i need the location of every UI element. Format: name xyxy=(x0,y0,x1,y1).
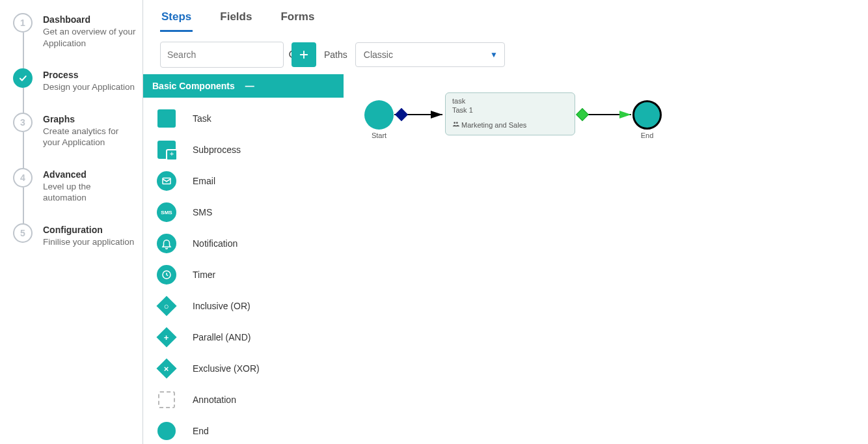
component-label: Task xyxy=(193,113,211,124)
step-number-icon: 3 xyxy=(13,113,33,132)
step-number-icon: 4 xyxy=(13,168,33,187)
panel-title: Basic Components xyxy=(152,81,235,91)
component-end[interactable]: End xyxy=(143,415,344,444)
step-title: Graphs xyxy=(43,114,136,124)
search-container xyxy=(160,42,284,68)
paths-select[interactable]: Classic ▼ xyxy=(355,42,505,67)
component-task[interactable]: Task xyxy=(143,103,344,134)
step-title: Advanced xyxy=(43,169,136,180)
wizard-step-configuration[interactable]: 5 Configuration Finilise your applicatio… xyxy=(13,223,136,248)
flow-edges xyxy=(344,74,868,444)
component-subprocess[interactable]: Subprocess xyxy=(143,134,344,165)
envelope-icon xyxy=(156,171,177,191)
users-icon xyxy=(452,120,459,129)
task-name-label: Task 1 xyxy=(452,106,568,114)
end-node[interactable]: End xyxy=(632,100,662,130)
svg-point-8 xyxy=(454,122,455,124)
step-description: Get an overview of your Application xyxy=(43,26,136,49)
paths-label: Paths xyxy=(324,49,347,60)
component-notification[interactable]: Notification xyxy=(143,228,344,259)
step-title: Configuration xyxy=(43,225,134,235)
tab-fields[interactable]: Fields xyxy=(219,7,253,32)
component-label: Subprocess xyxy=(193,145,241,155)
step-description: Level up the automation xyxy=(43,181,136,204)
start-node[interactable]: Start xyxy=(364,100,394,130)
step-title: Dashboard xyxy=(43,14,136,25)
main-area: Steps Fields Forms Paths Classic ▼ Basic… xyxy=(143,0,868,444)
check-icon xyxy=(13,68,33,88)
step-number-icon: 1 xyxy=(13,13,33,33)
component-label: Timer xyxy=(193,270,215,280)
component-timer[interactable]: Timer xyxy=(143,259,344,290)
task-assignee-label: Marketing and Sales xyxy=(461,121,526,129)
component-label: Inclusive (OR) xyxy=(193,301,251,311)
components-panel: Basic Components — Task Subprocess Email xyxy=(143,74,344,444)
chevron-down-icon: ▼ xyxy=(490,50,498,59)
panel-header[interactable]: Basic Components — xyxy=(143,74,344,98)
step-description: Create analytics for your Application xyxy=(43,126,136,148)
tab-forms[interactable]: Forms xyxy=(279,7,316,32)
wizard-step-graphs[interactable]: 3 Graphs Create analytics for your Appli… xyxy=(13,113,136,168)
sequence-diamond-icon xyxy=(576,108,589,121)
wizard-sidebar: 1 Dashboard Get an overview of your Appl… xyxy=(0,0,143,444)
task-kind-label: task xyxy=(452,97,568,105)
search-input[interactable] xyxy=(161,49,288,60)
task-node[interactable]: task Task 1 Marketing and Sales xyxy=(445,92,575,135)
component-label: End xyxy=(193,426,209,436)
step-description: Design your Application xyxy=(43,81,135,93)
wizard-step-dashboard[interactable]: 1 Dashboard Get an overview of your Appl… xyxy=(13,13,136,68)
clock-icon xyxy=(156,264,177,285)
component-label: Parallel (AND) xyxy=(193,332,251,342)
component-sms[interactable]: SMS SMS xyxy=(143,197,344,228)
component-annotation[interactable]: Annotation xyxy=(143,384,344,415)
paths-select-value: Classic xyxy=(364,49,393,60)
step-description: Finilise your application xyxy=(43,236,134,248)
end-event-icon xyxy=(156,421,177,441)
component-email[interactable]: Email xyxy=(143,165,344,197)
bell-icon xyxy=(156,233,177,254)
start-node-label: Start xyxy=(372,132,387,139)
component-label: Notification xyxy=(193,238,237,249)
end-node-label: End xyxy=(641,132,654,139)
wizard-step-advanced[interactable]: 4 Advanced Level up the automation xyxy=(13,168,136,223)
process-canvas[interactable]: Start task Task 1 Marketing and Sales En… xyxy=(344,74,868,444)
step-title: Process xyxy=(43,70,135,80)
toolbar: Paths Classic ▼ xyxy=(143,33,868,74)
step-number-icon: 5 xyxy=(13,223,33,243)
tabs: Steps Fields Forms xyxy=(143,0,868,33)
component-parallel[interactable]: + Parallel (AND) xyxy=(143,322,344,353)
exclusive-gateway-icon: × xyxy=(156,358,177,379)
wizard-step-process[interactable]: Process Design your Application xyxy=(13,68,136,113)
parallel-gateway-icon: + xyxy=(156,327,177,348)
component-inclusive[interactable]: ○ Inclusive (OR) xyxy=(143,290,344,322)
task-icon xyxy=(156,108,177,129)
add-path-button[interactable] xyxy=(292,42,316,67)
component-exclusive[interactable]: × Exclusive (XOR) xyxy=(143,353,344,384)
component-label: Email xyxy=(193,176,215,186)
sms-icon: SMS xyxy=(156,202,177,223)
components-list[interactable]: Task Subprocess Email SMS SMS xyxy=(143,98,344,444)
annotation-icon xyxy=(156,389,177,410)
subprocess-icon xyxy=(156,139,177,160)
inclusive-gateway-icon: ○ xyxy=(156,296,177,316)
component-label: Exclusive (XOR) xyxy=(193,363,260,374)
component-label: Annotation xyxy=(193,395,236,405)
tab-steps[interactable]: Steps xyxy=(160,7,193,32)
sequence-diamond-icon xyxy=(395,108,408,121)
collapse-icon: — xyxy=(245,81,254,91)
component-label: SMS xyxy=(193,207,212,217)
svg-point-9 xyxy=(456,122,458,124)
